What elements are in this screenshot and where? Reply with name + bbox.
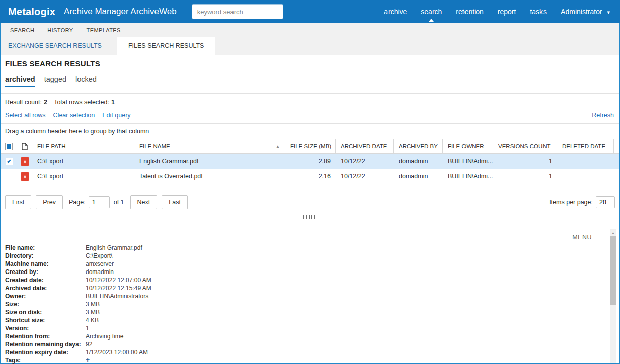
cell-archived-by: domadmin — [394, 158, 443, 165]
column-header-archived-by[interactable]: ARCHIVED BY — [394, 139, 443, 153]
detail-row: Owner: BUILTIN\Administrators — [5, 292, 619, 300]
app-window: Metalogix Archive Manager ArchiveWeb arc… — [0, 0, 620, 364]
keyword-search-input[interactable] — [192, 4, 283, 19]
subtab-archived[interactable]: archived — [5, 75, 35, 87]
detail-value: amxserver — [86, 260, 114, 268]
file-details: File name: English Grammar.pdf Directory… — [1, 221, 619, 364]
column-header-file-size[interactable]: FILE SIZE (MB) — [285, 139, 336, 153]
detail-value: 4 KB — [86, 316, 99, 324]
cell-archived-date: 10/12/22 — [336, 173, 394, 180]
pane-splitter — [1, 213, 619, 221]
detail-value: 1 — [86, 324, 89, 332]
cell-file-path: C:\Export — [32, 158, 134, 165]
column-header-file-path[interactable]: FILE PATH — [32, 139, 134, 153]
cell-file-owner: BUILTIN\Admi... — [443, 158, 493, 165]
detail-value: C:\Export\ — [86, 252, 112, 260]
selected-count-label: Total rows selected: — [54, 99, 109, 106]
nav-item-tasks[interactable]: tasks — [530, 1, 547, 23]
detail-value: domadmin — [86, 268, 114, 276]
scrollbar-thumb[interactable] — [610, 236, 616, 305]
refresh-link[interactable]: Refresh — [592, 112, 614, 119]
pagination-bar: First Prev Page: of 1 Next Last Items pe… — [5, 195, 615, 209]
user-menu[interactable]: Administrator ▾ — [561, 1, 610, 23]
selection-actions: Select all rows Clear selection Edit que… — [1, 106, 619, 123]
cell-file-size: 2.16 — [285, 173, 336, 180]
items-per-page-input[interactable] — [596, 196, 615, 208]
column-header-file-name[interactable]: FILE NAME ▲ — [134, 139, 285, 153]
detail-row: Created by: domadmin — [5, 268, 619, 276]
cell-file-path: C:\Export — [32, 173, 134, 180]
cell-archived-date: 10/12/22 — [336, 158, 394, 165]
row-checkbox[interactable] — [6, 173, 13, 180]
detail-row: Retention remaining days: 92 — [5, 340, 619, 348]
details-list: File name: English Grammar.pdf Directory… — [5, 244, 619, 356]
sort-ascending-icon: ▲ — [276, 144, 283, 149]
page-of-label: of 1 — [114, 199, 124, 206]
metalogix-logo[interactable]: Metalogix — [8, 6, 55, 18]
detail-value: Archiving time — [86, 332, 123, 340]
cell-versions-count: 1 — [493, 173, 557, 180]
nav-item-search-label: search — [421, 8, 442, 16]
prev-page-button[interactable]: Prev — [36, 195, 63, 209]
last-page-button[interactable]: Last — [162, 195, 188, 209]
detail-row: Directory: C:\Export\ — [5, 252, 619, 260]
first-page-button[interactable]: First — [5, 195, 31, 209]
detail-label: Created by: — [5, 268, 86, 276]
detail-row: Machine name: amxserver — [5, 260, 619, 268]
table-row[interactable]: C:\Export English Grammar.pdf 2.89 10/12… — [1, 154, 619, 169]
cell-file-name: Talent is Overrated.pdf — [134, 173, 285, 180]
items-per-page-label: Items per page: — [549, 199, 593, 206]
next-page-button[interactable]: Next — [130, 195, 158, 209]
result-counts: Result count:2 Total rows selected:1 — [1, 94, 619, 106]
subnav-item-search[interactable]: SEARCH — [10, 27, 34, 33]
result-count-value: 2 — [44, 99, 47, 106]
subnav-item-history[interactable]: HISTORY — [47, 27, 73, 33]
detail-label: Machine name: — [5, 260, 86, 268]
detail-value: 1/12/2023 12:00:00 AM — [86, 348, 148, 356]
tab-files-search-results[interactable]: FILES SEARCH RESULTS — [117, 37, 216, 55]
subtab-tagged[interactable]: tagged — [44, 75, 66, 86]
detail-label: Archived date: — [5, 284, 86, 292]
scroll-up-icon[interactable]: ▲ — [610, 229, 616, 236]
subtab-locked[interactable]: locked — [75, 75, 97, 86]
clear-selection-link[interactable]: Clear selection — [53, 112, 95, 119]
edit-query-link[interactable]: Edit query — [102, 112, 130, 119]
detail-row: Archived date: 10/12/2022 12:15:49 AM — [5, 284, 619, 292]
column-header-file-owner[interactable]: FILE OWNER — [443, 139, 493, 153]
column-header-archived-date[interactable]: ARCHIVED DATE — [336, 139, 394, 153]
column-header-file-name-label: FILE NAME — [139, 143, 170, 149]
subnav-item-templates[interactable]: TEMPLATES — [87, 27, 121, 33]
group-by-drop-zone[interactable]: Drag a column header here to group by th… — [1, 123, 619, 139]
detail-label: Retention remaining days: — [5, 340, 86, 348]
nav-item-retention[interactable]: retention — [456, 1, 483, 23]
column-header-deleted-date[interactable]: DELETED DATE — [557, 139, 614, 153]
select-all-rows-link[interactable]: Select all rows — [5, 112, 46, 119]
column-header-versions-count[interactable]: VERSIONS COUNT — [493, 139, 557, 153]
module-nav: SEARCH HISTORY TEMPLATES — [1, 23, 619, 37]
tab-exchange-search-results[interactable]: EXCHANGE SEARCH RESULTS — [1, 37, 117, 55]
add-tag-button[interactable]: + — [86, 356, 90, 364]
detail-label: Size: — [5, 300, 86, 308]
splitter-grip-handle[interactable] — [303, 215, 317, 219]
details-menu-button[interactable]: MENU — [572, 234, 592, 241]
detail-label: Owner: — [5, 292, 86, 300]
nav-item-archive[interactable]: archive — [384, 1, 407, 23]
active-nav-indicator-icon — [429, 19, 434, 22]
detail-value: 10/12/2022 12:07:00 AM — [86, 276, 151, 284]
detail-label: Created date: — [5, 276, 86, 284]
column-header-filler — [614, 139, 620, 153]
page-number-input[interactable] — [89, 196, 110, 208]
grid-header-row: FILE PATH FILE NAME ▲ FILE SIZE (MB) ARC… — [1, 139, 619, 154]
results-pane: FILES SEARCH RESULTS archived tagged loc… — [1, 59, 619, 209]
detail-row: Version: 1 — [5, 324, 619, 332]
file-type-column-header[interactable] — [17, 139, 32, 153]
nav-item-report[interactable]: report — [498, 1, 516, 23]
select-all-checkbox[interactable] — [5, 143, 13, 150]
details-pane: MENU ▲ File name: English Grammar.pdf Di… — [1, 221, 619, 364]
table-row[interactable]: C:\Export Talent is Overrated.pdf 2.16 1… — [1, 169, 619, 184]
nav-item-search[interactable]: search — [421, 1, 442, 23]
vertical-scrollbar[interactable]: ▲ — [610, 229, 616, 363]
detail-value: 10/12/2022 12:15:49 AM — [86, 284, 151, 292]
row-checkbox[interactable] — [6, 158, 13, 165]
select-all-checkbox-cell — [1, 139, 17, 153]
